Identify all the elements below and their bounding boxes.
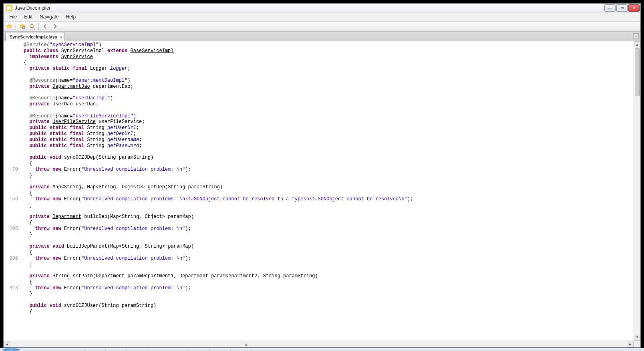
code-view[interactable]: @Service("syncServiceImpl") public class… [20,41,640,347]
menu-navigate[interactable]: Navigate [36,13,62,20]
taskbar-app[interactable] [85,348,106,351]
line-number: 70 [4,167,20,173]
taskbar[interactable] [0,348,644,351]
app-window: Java Decompiler — ▭ ✕ File Edit Navigate… [3,3,641,348]
line-number: 313 [4,285,20,291]
taskbar-app[interactable] [64,348,85,351]
menu-edit[interactable]: Edit [21,13,36,20]
scroll-thumb[interactable] [635,48,640,96]
scroll-corner [634,341,640,347]
app-icon [6,5,12,11]
toolbar-separator [38,23,39,30]
maximize-button[interactable]: ▭ [616,4,628,12]
taskbar-app[interactable] [147,348,168,351]
taskbar-app[interactable] [22,348,43,351]
tab-bar: SyncServiceImpl.class × ▾ [4,32,640,41]
taskbar-app[interactable] [106,348,127,351]
open-file-icon[interactable] [5,22,13,30]
line-number: 286 [4,256,20,262]
taskbar-app[interactable] [127,348,147,351]
tab-list-dropdown-icon[interactable]: ▾ [633,33,639,39]
start-button[interactable] [2,348,20,351]
menubar: File Edit Navigate Help [4,12,640,21]
back-icon[interactable] [41,22,49,30]
taskbar-app[interactable] [210,348,231,351]
editor: 70 159 205 286 313 @Service("syncService… [4,41,640,347]
vertical-scrollbar[interactable]: ▲ ▼ [634,41,640,341]
search-icon[interactable] [28,22,36,30]
line-gutter: 70 159 205 286 313 [4,41,20,347]
taskbar-app[interactable] [189,348,210,351]
svg-point-1 [30,24,33,28]
scroll-down-icon[interactable]: ▼ [634,334,640,341]
toolbar [4,21,640,32]
line-number: 159 [4,196,20,202]
menu-file[interactable]: File [6,13,20,20]
tab-syncserviceimpl[interactable]: SyncServiceImpl.class × [5,32,65,41]
close-button[interactable]: ✕ [628,4,640,12]
taskbar-app[interactable] [252,348,272,351]
tab-label: SyncServiceImpl.class [10,34,57,39]
open-type-icon[interactable] [18,22,26,30]
svg-line-2 [33,27,34,29]
scroll-track[interactable]: ⅲ [10,341,627,347]
taskbar-app[interactable] [43,348,64,351]
scroll-left-icon[interactable]: ◄ [4,341,10,347]
menu-help[interactable]: Help [62,13,79,20]
window-controls: — ▭ ✕ [604,4,640,12]
taskbar-app[interactable] [168,348,189,351]
line-number: 205 [4,226,20,232]
tab-close-icon[interactable]: × [60,34,62,39]
window-title: Java Decompiler [15,5,602,11]
minimize-button[interactable]: — [604,4,616,12]
scroll-right-icon[interactable]: ► [627,341,634,347]
toolbar-separator [16,23,16,30]
titlebar: Java Decompiler — ▭ ✕ [4,4,640,12]
forward-icon[interactable] [51,22,59,30]
scroll-up-icon[interactable]: ▲ [634,41,640,48]
horizontal-scrollbar[interactable]: ◄ ⅲ ► [4,341,634,347]
taskbar-app[interactable] [231,348,252,351]
